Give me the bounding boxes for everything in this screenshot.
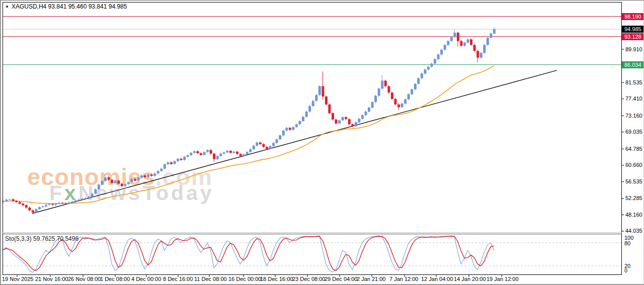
time-axis-label: 12 Jan 04:00 bbox=[421, 276, 453, 282]
time-axis-label: 11 Dec 08:00 bbox=[194, 276, 227, 282]
symbol-quote-bar[interactable]: ▼XAGUSD,H4 93.841 95.460 93.841 94.985 bbox=[5, 3, 127, 10]
price-level-badge: 93.128 bbox=[622, 33, 644, 40]
price-axis-label: 56.535 bbox=[625, 178, 642, 185]
time-axis-label: 19 Jan 12:00 bbox=[487, 276, 519, 282]
time-axis-label: 4 Dec 00:00 bbox=[131, 276, 161, 282]
price-axis-label: 48.160 bbox=[625, 212, 642, 218]
stochastic-scale-label: 80 bbox=[624, 240, 630, 246]
time-axis-label: 8 Dec 16:00 bbox=[163, 276, 193, 282]
price-axis-label: 89.910 bbox=[625, 46, 642, 53]
price-axis-label: 64.785 bbox=[625, 146, 642, 152]
mt4-chart-window: economies.com FxNewsToday ▼XAGUSD,H4 93.… bbox=[0, 0, 644, 285]
price-level-badge: 86.034 bbox=[622, 61, 644, 68]
time-axis-label: 23 Dec 08:00 bbox=[292, 276, 325, 282]
time-axis-label: 1 Dec 08:00 bbox=[100, 276, 130, 282]
time-axis-label: 29 Dec 04:00 bbox=[325, 276, 357, 282]
time-axis-label: 2 Jan 21:00 bbox=[357, 276, 386, 282]
symbol-quote-text: XAGUSD,H4 93.841 95.460 93.841 94.985 bbox=[12, 3, 127, 10]
time-axis-label: 21 Nov 16:00 bbox=[35, 276, 68, 282]
price-axis-label: 69.035 bbox=[625, 129, 642, 135]
price-axis-label: 77.410 bbox=[625, 96, 642, 102]
time-axis-label: 16 Dec 00:00 bbox=[228, 276, 261, 282]
price-axis-label: 60.660 bbox=[625, 162, 642, 168]
price-level-badge: 98.190 bbox=[622, 13, 644, 20]
price-axis: 89.91081.53577.41073.16069.03564.78560.6… bbox=[622, 1, 644, 285]
stochastic-scale-label: 0 bbox=[624, 267, 627, 273]
time-axis: 19 Nov 202521 Nov 16:0026 Nov 08:001 Dec… bbox=[1, 1, 621, 285]
time-axis-label: 18 Dec 16:00 bbox=[260, 276, 293, 282]
time-axis-label: 19 Nov 2025 bbox=[2, 276, 33, 282]
symbol-dropdown-icon[interactable]: ▼ bbox=[5, 5, 9, 9]
price-axis-label: 81.535 bbox=[625, 79, 642, 86]
time-axis-label: 14 Jan 20:00 bbox=[454, 276, 486, 282]
time-axis-label: 26 Nov 08:00 bbox=[68, 276, 101, 282]
time-axis-label: 7 Jan 12:00 bbox=[389, 276, 419, 282]
price-axis-label: 52.285 bbox=[625, 195, 642, 202]
stochastic-label: Sto(5,3,3) 59.7625 70.5496 bbox=[5, 235, 78, 242]
price-axis-label: 44.035 bbox=[625, 228, 642, 234]
price-level-badge: 94.985 bbox=[622, 26, 644, 33]
price-axis-label: 73.160 bbox=[625, 113, 642, 119]
